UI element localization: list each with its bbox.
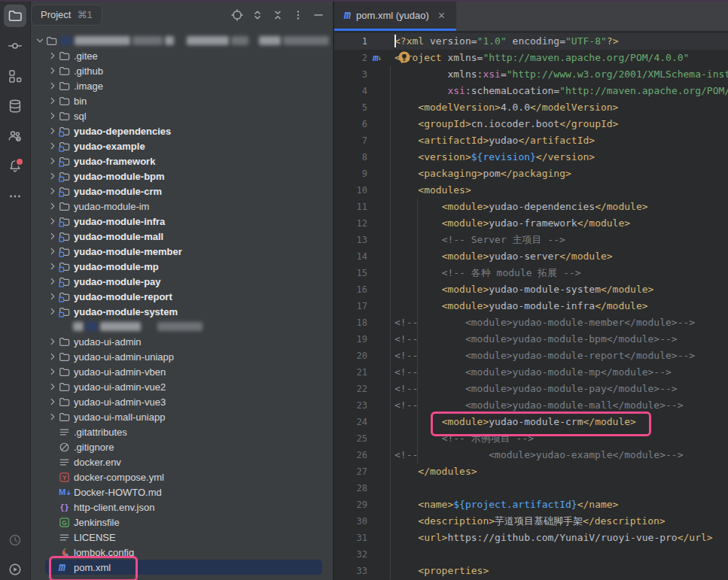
chevron-right-icon[interactable] <box>46 305 59 317</box>
tree-item-yudao-module-infra[interactable]: yudao-module-infra <box>30 214 331 229</box>
tree-item-yudao-module-im[interactable]: yudao-module-im <box>30 199 331 214</box>
chevron-right-icon[interactable] <box>46 185 59 197</box>
collapse-all-icon[interactable] <box>272 9 284 21</box>
tree-item-pom-xml[interactable]: mpom.xml <box>30 560 331 575</box>
code-line-9[interactable]: 9 <packaging>pom</packaging> <box>334 165 728 182</box>
tree-item-docker-howto-md[interactable]: MDocker-HOWTO.md <box>30 484 331 500</box>
locate-icon[interactable] <box>231 9 243 21</box>
code-line-22[interactable]: 22<!-- <module>yudao-module-pay</module>… <box>334 381 728 397</box>
tree-item-http-client-env-json[interactable]: {}http-client.env.json <box>30 500 331 515</box>
tree-item-yudao-module-member[interactable]: yudao-module-member <box>30 244 331 259</box>
chevron-right-icon[interactable] <box>46 110 59 122</box>
tree-item-license[interactable]: LICENSE <box>30 530 331 545</box>
code-line-20[interactable]: 20<!-- <module>yudao-module-report</modu… <box>334 348 728 364</box>
chevron-right-icon[interactable] <box>46 170 59 182</box>
chevron-right-icon[interactable] <box>46 366 59 378</box>
code-line-29[interactable]: 29 <name>${project.artifactId}</name> <box>334 496 728 513</box>
chevron-right-icon[interactable] <box>46 396 59 408</box>
tree-item-yudao-ui-admin-vue2[interactable]: yudao-ui-admin-vue2 <box>30 379 331 394</box>
tree-item-yudao-module-system[interactable]: yudao-module-system <box>30 304 331 319</box>
code-line-14[interactable]: 14 <module>yudao-server</module> <box>334 248 728 265</box>
tree-item-redacted[interactable] <box>30 33 331 48</box>
tree-item-readme-md[interactable]: MREADME.md <box>30 575 331 580</box>
code-line-10[interactable]: 10 <modules> <box>334 182 728 199</box>
code-line-5[interactable]: 5 <modelVersion>4.0.0</modelVersion> <box>334 99 728 116</box>
tree-item-yudao-example[interactable]: yudao-example <box>30 138 331 153</box>
chevron-right-icon[interactable] <box>46 230 59 242</box>
more-tool-windows-icon[interactable] <box>4 185 26 208</box>
chevron-right-icon[interactable] <box>46 290 59 302</box>
code-line-26[interactable]: 26<!-- <module>yudao-example</module>--> <box>334 447 728 463</box>
code-line-17[interactable]: 17 <module>yudao-module-infra</module> <box>334 298 728 314</box>
chevron-right-icon[interactable] <box>46 140 59 152</box>
tree-item-yudao-module-pay[interactable]: yudao-module-pay <box>30 274 331 289</box>
chevron-right-icon[interactable] <box>46 80 59 92</box>
code-line-11[interactable]: 11 <module>yudao-dependencies</module> <box>334 199 728 215</box>
tree-item-yudao-ui-mall-uniapp[interactable]: yudao-ui-mall-uniapp <box>30 409 331 424</box>
chevron-right-icon[interactable] <box>46 65 59 77</box>
community-help-icon[interactable]: ? <box>4 125 26 147</box>
chevron-right-icon[interactable] <box>46 351 59 363</box>
code-line-8[interactable]: 8 <version>${revision}</version> <box>334 149 728 165</box>
tree-item-jenkinsfile[interactable]: GJenkinsfile <box>30 515 331 530</box>
tree-item-yudao-ui-admin[interactable]: yudao-ui-admin <box>30 334 331 349</box>
chevron-down-icon[interactable] <box>33 35 46 47</box>
tree-item-yudao-module-mall[interactable]: yudao-module-mall <box>30 229 331 244</box>
chevron-right-icon[interactable] <box>46 275 59 287</box>
hide-panel-icon[interactable] <box>312 9 324 21</box>
tree-item-yudao-module-report[interactable]: yudao-module-report <box>30 289 331 304</box>
commit-icon[interactable] <box>4 35 26 57</box>
code-line-21[interactable]: 21<!-- <module>yudao-module-mp</module>-… <box>334 364 728 381</box>
tree-item-redacted[interactable] <box>30 319 331 334</box>
code-line-4[interactable]: 4 xsi:schemaLocation="http://maven.apach… <box>334 83 728 99</box>
code-editor[interactable]: 1<?xml version="1.0" encoding="UTF-8"?>2… <box>334 31 728 580</box>
tree-item-yudao-ui-admin-vue3[interactable]: yudao-ui-admin-vue3 <box>30 394 331 409</box>
tree-item--github[interactable]: .github <box>30 63 331 78</box>
tree-item--gitee[interactable]: .gitee <box>30 48 331 63</box>
code-line-32[interactable]: 32 <box>334 546 728 563</box>
code-line-12[interactable]: 12 <module>yudao-framework</module> <box>334 215 728 232</box>
tree-item-yudao-dependencies[interactable]: yudao-dependencies <box>30 123 331 138</box>
code-line-19[interactable]: 19<!-- <module>yudao-module-bpm</module>… <box>334 331 728 348</box>
code-line-2[interactable]: 2m↓<project xmlns="http://maven.apache.o… <box>334 50 728 66</box>
chevron-right-icon[interactable] <box>46 215 59 227</box>
tree-item-bin[interactable]: bin <box>30 93 331 108</box>
chevron-right-icon[interactable] <box>46 381 59 393</box>
run-services-icon[interactable] <box>4 558 26 580</box>
chevron-right-icon[interactable] <box>46 155 59 167</box>
chevron-right-icon[interactable] <box>46 95 59 107</box>
code-line-16[interactable]: 16 <module>yudao-module-system</module> <box>334 281 728 298</box>
code-line-23[interactable]: 23<!-- <module>yudao-module-mall</module… <box>334 397 728 414</box>
options-kebab-icon[interactable] <box>292 9 304 21</box>
project-folder-icon[interactable] <box>4 5 26 27</box>
code-line-27[interactable]: 27 </modules> <box>334 463 728 480</box>
expand-all-icon[interactable] <box>251 9 263 21</box>
code-line-13[interactable]: 13 <!-- Server 主项目 --> <box>334 232 728 248</box>
chevron-right-icon[interactable] <box>46 260 59 272</box>
code-line-25[interactable]: 25 <!-- 示例项目 --> <box>334 430 728 447</box>
tree-item-lombok-config[interactable]: lombok.config <box>30 545 331 560</box>
tree-item-sql[interactable]: sql <box>30 108 331 123</box>
chevron-right-icon[interactable] <box>46 125 59 137</box>
structure-icon[interactable] <box>4 65 26 87</box>
chevron-right-icon[interactable] <box>46 336 59 348</box>
tree-item--image[interactable]: .image <box>30 78 331 93</box>
tree-item-docker-compose-yml[interactable]: Ydocker-compose.yml <box>30 469 331 484</box>
chevron-right-icon[interactable] <box>46 411 59 423</box>
code-line-6[interactable]: 6 <groupId>cn.iocoder.boot</groupId> <box>334 116 728 132</box>
project-panel-tab[interactable]: Project ⌘1 <box>31 5 102 26</box>
chevron-right-icon[interactable] <box>46 245 59 257</box>
code-line-30[interactable]: 30 <description>芋道项目基础脚手架</description> <box>334 513 728 530</box>
tree-item-yudao-ui-admin-vben[interactable]: yudao-ui-admin-vben <box>30 364 331 379</box>
tree-item-yudao-framework[interactable]: yudao-framework <box>30 153 331 169</box>
tree-item-docker-env[interactable]: docker.env <box>30 454 331 469</box>
chevron-right-icon[interactable] <box>46 50 59 62</box>
tree-item-yudao-module-bpm[interactable]: yudao-module-bpm <box>30 169 331 184</box>
notifications-icon[interactable] <box>4 155 26 178</box>
editor-tab-pom-xml[interactable]: m pom.xml (yudao) <box>334 0 456 31</box>
code-line-18[interactable]: 18<!-- <module>yudao-module-member</modu… <box>334 314 728 331</box>
database-icon[interactable] <box>4 95 26 117</box>
code-line-1[interactable]: 1<?xml version="1.0" encoding="UTF-8"?> <box>334 33 728 50</box>
tree-item-yudao-ui-admin-uniapp[interactable]: yudao-ui-admin-uniapp <box>30 349 331 364</box>
tree-item-yudao-module-crm[interactable]: yudao-module-crm <box>30 184 331 199</box>
